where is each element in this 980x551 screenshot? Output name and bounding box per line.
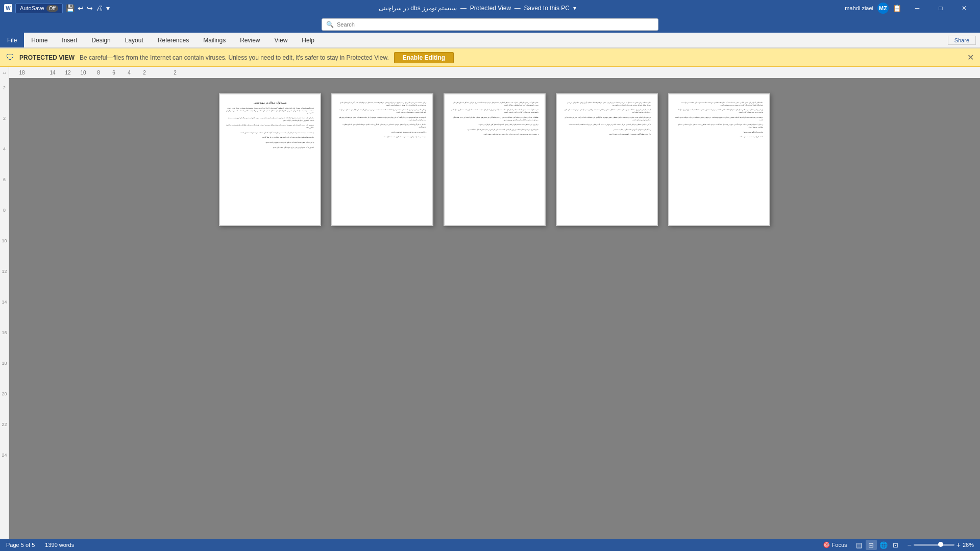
read-mode-view-button[interactable]: ⊞: [866, 540, 877, 550]
zoom-thumb: [938, 542, 943, 547]
share-button[interactable]: Share: [948, 36, 976, 45]
customize-icon[interactable]: ▾: [106, 4, 110, 12]
tab-view[interactable]: View: [267, 33, 295, 47]
close-button[interactable]: ✕: [952, 0, 976, 16]
document-canvas: بسمه اول: مقاله در مورد نشتی باید بگوییم…: [9, 78, 980, 539]
tab-review[interactable]: Review: [233, 33, 267, 47]
print-layout-view-button[interactable]: ▤: [853, 540, 865, 550]
tab-help[interactable]: Help: [295, 33, 322, 47]
tab-layout[interactable]: Layout: [118, 33, 151, 47]
page-5-content: نقاط قابل تأمل: در این بخش پایانی، سعی ش…: [669, 94, 769, 225]
page-4-content: بیان مسئله: در این بخش به تفصیل به بررسی…: [557, 94, 657, 225]
zoom-in-button[interactable]: +: [957, 541, 961, 549]
title-bar-right: mahdi ziaei MZ 📋 ─ □ ✕: [845, 0, 976, 16]
search-input[interactable]: [337, 21, 654, 28]
autosave-state: Off: [46, 5, 58, 12]
maximize-button[interactable]: □: [929, 0, 952, 16]
tab-mailings[interactable]: Mailings: [196, 33, 233, 47]
page-1-content: بسمه اول: مقاله در مورد نشتی باید بگوییم…: [220, 94, 320, 225]
view-buttons: ▤ ⊞ 🌐 ⊡: [853, 540, 901, 550]
status-bar: Page 5 of 5 1390 words 🎯 Focus ▤ ⊞ 🌐 ⊡ −…: [0, 539, 980, 551]
page-info: Page 5 of 5: [6, 542, 35, 548]
document-title: در سراچینی dbs سیستم تومرز — Protected V…: [110, 5, 845, 12]
print-icon[interactable]: 🖨: [96, 4, 103, 12]
zoom-level[interactable]: 26%: [963, 542, 974, 548]
tab-insert[interactable]: Insert: [55, 33, 84, 47]
protected-view-badge: PROTECTED VIEW: [19, 54, 75, 61]
window-controls: ─ □ ✕: [905, 0, 976, 16]
page-3: همان طور که در بخش‌های قبلی اشاره شد، مش…: [444, 93, 546, 226]
zoom-controls: − + 26%: [908, 541, 974, 549]
document-area: 2 2 4 6 8 10 12 14 16 18 20 22 24 بسمه ا…: [0, 78, 980, 539]
shield-icon: 🛡: [6, 53, 14, 62]
ruler-top: ↔ 18 14 12 10 8 6 4 2 2: [0, 67, 980, 78]
tab-design[interactable]: Design: [84, 33, 117, 47]
undo-icon[interactable]: ↩: [78, 4, 84, 12]
focus-mode-button[interactable]: ⊡: [890, 540, 901, 550]
title-bar-left: W AutoSave Off 💾 ↩ ↪ 🖨 ▾: [4, 4, 110, 13]
page-1: بسمه اول: مقاله در مورد نشتی باید بگوییم…: [219, 93, 321, 226]
enable-editing-button[interactable]: Enable Editing: [394, 52, 454, 63]
minimize-button[interactable]: ─: [905, 0, 929, 16]
web-layout-view-button[interactable]: 🌐: [878, 540, 889, 550]
search-bar[interactable]: 🔍: [322, 18, 658, 31]
autosave-button[interactable]: AutoSave Off: [15, 4, 63, 13]
tab-references[interactable]: References: [151, 33, 196, 47]
zoom-out-button[interactable]: −: [908, 541, 912, 549]
tab-home[interactable]: Home: [24, 33, 55, 47]
user-name: mahdi ziaei: [845, 5, 873, 11]
ruler-vertical: 2 2 4 6 8 10 12 14 16 18 20 22 24: [0, 78, 9, 539]
protected-view-close[interactable]: ✕: [967, 53, 974, 62]
page-4: بیان مسئله: در این بخش به تفصیل به بررسی…: [556, 93, 658, 226]
ruler-corner: ↔: [0, 67, 9, 78]
ruler-horizontal: 18 14 12 10 8 6 4 2 2: [9, 67, 980, 78]
autosave-label: AutoSave: [20, 5, 44, 11]
search-container: 🔍: [0, 16, 980, 33]
tab-file[interactable]: File: [0, 33, 24, 47]
pages-row: بسمه اول: مقاله در مورد نشتی باید بگوییم…: [219, 93, 770, 226]
page-2: در این مبحث به بررسی دقیق‌تری از موضوع م…: [331, 93, 433, 226]
user-avatar: MZ: [877, 3, 889, 14]
word-count: 1390 words: [45, 542, 74, 548]
focus-label[interactable]: 🎯 Focus: [823, 541, 847, 548]
word-logo: W: [4, 4, 12, 12]
ribbon-tabs: File Home Insert Design Layout Reference…: [0, 33, 980, 48]
page-5: نقاط قابل تأمل: در این بخش پایانی، سعی ش…: [668, 93, 770, 226]
page-3-content: همان طور که در بخش‌های قبلی اشاره شد، مش…: [445, 94, 545, 225]
ribbon-display-icon[interactable]: 📋: [893, 4, 901, 12]
zoom-slider[interactable]: [914, 544, 954, 546]
protected-view-bar: 🛡 PROTECTED VIEW Be careful—files from t…: [0, 48, 980, 67]
ruler-numbers: 18 14 12 10 8 6 4 2 2: [14, 70, 183, 76]
page-2-content: در این مبحث به بررسی دقیق‌تری از موضوع م…: [332, 94, 432, 225]
status-right: 🎯 Focus ▤ ⊞ 🌐 ⊡ − + 26%: [823, 540, 974, 550]
redo-icon[interactable]: ↪: [87, 4, 93, 12]
protected-view-message: Be careful—files from the Internet can c…: [80, 54, 389, 61]
search-icon: 🔍: [326, 21, 334, 28]
title-bar: W AutoSave Off 💾 ↩ ↪ 🖨 ▾ در سراچینی dbs …: [0, 0, 980, 16]
ribbon: File Home Insert Design Layout Reference…: [0, 33, 980, 48]
save-icon[interactable]: 💾: [66, 4, 75, 12]
